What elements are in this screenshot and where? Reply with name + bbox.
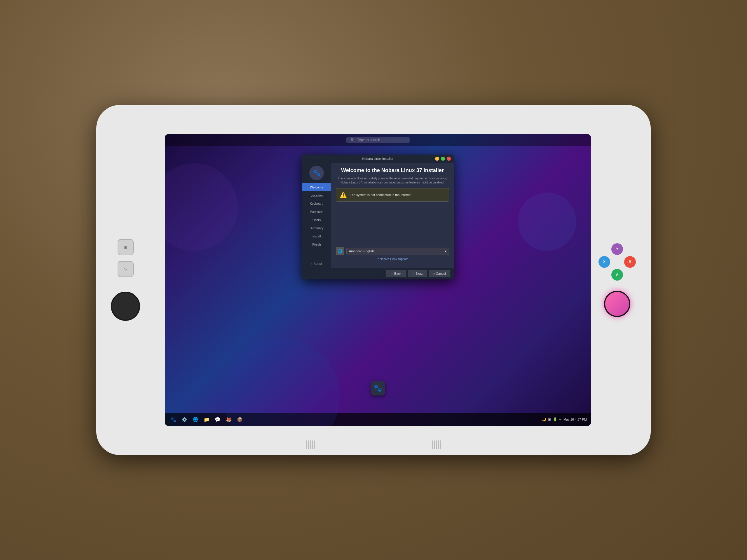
sidebar-item-keyboard[interactable]: Keyboard: [302, 199, 331, 208]
window-footer: ← Back → Next × Cancel: [302, 268, 454, 279]
taskbar-icon-files[interactable]: 📁: [202, 415, 211, 424]
left-thumbstick[interactable]: [111, 292, 140, 321]
network-icon: 🌙: [542, 417, 546, 422]
speaker-line: [314, 441, 315, 449]
sidebar-item-partitions[interactable]: Partitions: [302, 208, 331, 216]
wifi-icon: ●: [559, 417, 561, 422]
language-row: 🌐 American English ▾: [336, 247, 449, 255]
abxy-cluster: Y X B A: [598, 243, 636, 281]
speaker-line: [432, 441, 433, 449]
taskbar-right: 🌙 ▣ 🔋 ● May 16 4:37 PM: [542, 417, 587, 422]
speaker-line: [306, 441, 307, 449]
speaker-line: [312, 441, 313, 449]
search-placeholder: Type to search: [357, 138, 380, 142]
right-speaker-grill: [432, 441, 441, 449]
back-button[interactable]: ← Back: [386, 270, 406, 277]
sidebar-item-summary[interactable]: Summary: [302, 224, 331, 232]
speaker-line: [434, 441, 435, 449]
b-button[interactable]: B: [624, 256, 636, 268]
window-controls: [435, 157, 451, 161]
floating-installer-icon[interactable]: 🐾: [370, 381, 385, 396]
speaker-line: [438, 441, 439, 449]
close-button[interactable]: [447, 157, 451, 161]
taskbar-icon-chat[interactable]: 💬: [213, 415, 222, 424]
window-sidebar: 🐾 Welcome Location Keyboard: [302, 163, 331, 268]
display-icon: ▣: [548, 417, 551, 422]
datetime-display: May 16 4:37 PM: [564, 418, 587, 421]
cancel-button[interactable]: × Cancel: [429, 270, 450, 277]
speaker-line: [440, 441, 441, 449]
left-speaker-grill: [306, 441, 315, 449]
installer-window: Nobara Linux Installer 🐾: [302, 155, 454, 279]
speaker-line: [436, 441, 437, 449]
a-button[interactable]: A: [611, 269, 623, 281]
system-tray-icons: 🌙 ▣ 🔋 ●: [542, 417, 561, 422]
desktop: 🔍 Type to search Nobara Linux Installer: [165, 134, 591, 426]
search-icon: 🔍: [351, 138, 355, 142]
warning-text: The system is not connected to the Inter…: [350, 193, 412, 196]
right-thumbstick[interactable]: [604, 291, 630, 317]
language-select[interactable]: American English ▾: [346, 248, 449, 255]
sidebar-about[interactable]: ℹ About: [309, 260, 325, 268]
bottom-speakers: [306, 441, 441, 449]
sidebar-item-welcome[interactable]: Welcome: [302, 183, 331, 191]
battery-icon: 🔋: [553, 417, 557, 422]
sidebar-logo: 🐾: [309, 166, 324, 180]
next-button[interactable]: → Next: [408, 270, 427, 277]
dropdown-arrow-icon: ▾: [445, 249, 446, 253]
sidebar-item-location[interactable]: Location: [302, 191, 331, 199]
main-title: Welcome to the Nobara Linux 37 installer: [336, 167, 449, 174]
window-body: 🐾 Welcome Location Keyboard: [302, 163, 454, 268]
language-icon: 🌐: [336, 247, 344, 255]
minimize-button[interactable]: [435, 157, 439, 161]
sidebar-item-finish[interactable]: Finish: [302, 240, 331, 248]
device-screen: 🔍 Type to search Nobara Linux Installer: [165, 134, 591, 426]
speaker-line: [310, 441, 311, 449]
desktop-area: Nobara Linux Installer 🐾: [165, 146, 591, 413]
warning-icon: ⚠️: [340, 191, 347, 198]
search-bar[interactable]: 🔍 Type to search: [346, 137, 410, 143]
maximize-button[interactable]: [441, 157, 445, 161]
speaker-line: [308, 441, 309, 449]
x-button[interactable]: X: [598, 256, 610, 268]
window-titlebar: Nobara Linux Installer: [302, 155, 454, 163]
y-button[interactable]: Y: [611, 243, 623, 255]
sidebar-item-users[interactable]: Users: [302, 216, 331, 224]
content-spacer: [336, 205, 449, 247]
nobara-support-link[interactable]: :: Nobara Linux support: [336, 258, 449, 261]
window-main-content: Welcome to the Nobara Linux 37 installer…: [331, 163, 454, 268]
main-subtitle: This computer does not satisfy some of t…: [336, 177, 449, 185]
sidebar-item-install[interactable]: Install: [302, 232, 331, 240]
left-button-1[interactable]: ⊞: [118, 239, 134, 255]
taskbar-icon-apps[interactable]: 🐾: [169, 415, 178, 424]
left-button-2[interactable]: ▷: [118, 261, 134, 277]
window-title: Nobara Linux Installer: [362, 157, 393, 160]
topbar: 🔍 Type to search: [165, 134, 591, 146]
left-controls: ⊞ ▷: [96, 105, 155, 455]
taskbar-icon-browser[interactable]: 🌐: [191, 415, 200, 424]
taskbar-icon-settings[interactable]: ⚙️: [180, 415, 189, 424]
right-controls: Y X B A: [584, 105, 651, 455]
warning-box: ⚠️ The system is not connected to the In…: [336, 188, 449, 202]
handheld-device: ⊞ ▷ 🔍 Type to search: [96, 105, 651, 455]
